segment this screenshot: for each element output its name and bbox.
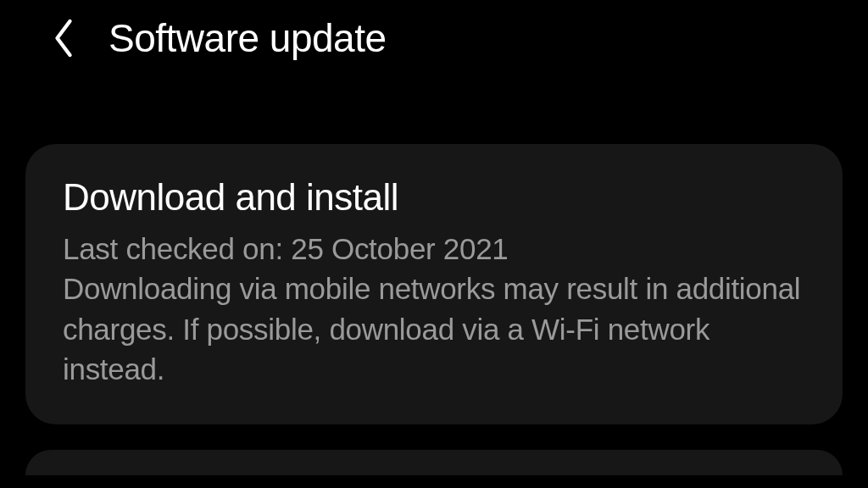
last-checked-text: Last checked on: 25 October 2021	[63, 232, 508, 265]
content: Download and install Last checked on: 25…	[0, 76, 868, 475]
next-card-peek	[25, 450, 843, 475]
warning-text: Downloading via mobile networks may resu…	[63, 272, 800, 385]
card-title: Download and install	[63, 176, 805, 219]
download-install-card[interactable]: Download and install Last checked on: 25…	[25, 144, 843, 424]
back-icon[interactable]	[51, 17, 76, 59]
page-title: Software update	[108, 15, 387, 61]
card-subtitle: Last checked on: 25 October 2021 Downloa…	[63, 229, 805, 389]
header: Software update	[0, 0, 868, 76]
